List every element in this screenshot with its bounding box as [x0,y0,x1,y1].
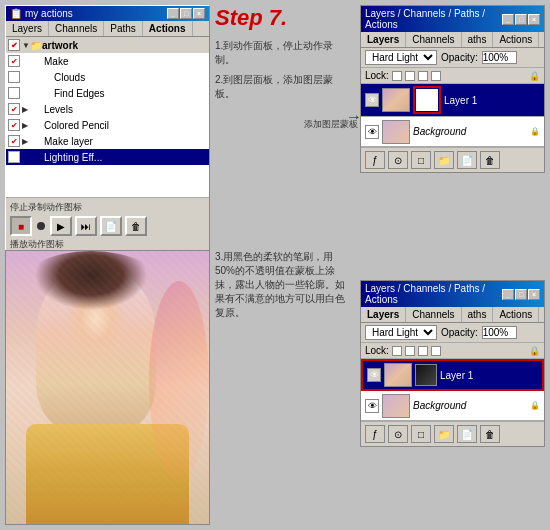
blend-mode-select-bottom[interactable]: Hard Light [365,325,437,340]
lb-tab-paths[interactable]: aths [462,307,494,322]
fx-button-bottom[interactable]: ƒ [365,425,385,443]
step3-text: 3.用黑色的柔软的笔刷，用50%的不透明值在蒙板上涂抹，露出人物的一些轮廓。如果… [215,250,345,320]
expand-colored-pencil[interactable]: ▶ [22,121,30,130]
lt-tab-paths[interactable]: aths [462,32,494,47]
actions-panel: 📋 my actions _ □ × Layers Channels Paths… [5,5,210,255]
layers-top-winctrl: _ □ × [502,14,540,25]
tab-paths[interactable]: Paths [104,21,143,36]
layers-panel-top: Layers / Channels / Paths / Actions _ □ … [360,5,545,173]
expand-artwork[interactable]: ▼ [22,41,30,50]
bg-eye-bottom[interactable]: 👁 [365,399,379,413]
new-fill-button-bottom[interactable]: ⊙ [388,425,408,443]
close-button[interactable]: × [193,8,205,19]
new-mask-button-bottom[interactable]: □ [411,425,431,443]
action-make-layer[interactable]: ✔ ▶ Make layer [6,133,209,149]
new-layer-button-top[interactable]: 📄 [457,151,477,169]
lock-all-top[interactable] [431,71,441,81]
new-fill-button-top[interactable]: ⊙ [388,151,408,169]
opacity-input-bottom[interactable] [482,326,517,339]
delete-layer-button-bottom[interactable]: 🗑 [480,425,500,443]
check-lighting[interactable]: ✔ [8,151,20,163]
check-make[interactable]: ✔ [8,55,20,67]
lock-label-bottom: Lock: [365,345,389,356]
new-action-button[interactable]: 📄 [100,216,122,236]
lb-tab-layers[interactable]: Layers [361,307,406,322]
action-clouds[interactable]: Clouds [6,69,209,85]
action-colored-pencil[interactable]: ✔ ▶ Colored Pencil [6,117,209,133]
instruction-1: 1.到动作面板，停止动作录制。 [215,39,345,67]
delete-layer-button-top[interactable]: 🗑 [480,151,500,169]
new-group-button-bottom[interactable]: 📁 [434,425,454,443]
background-row-bottom[interactable]: 👁 Background 🔒 [361,391,544,421]
actions-tabs: Layers Channels Paths Actions [6,21,209,37]
layers-top-titlebar: Layers / Channels / Paths / Actions _ □ … [361,6,544,32]
tab-channels[interactable]: Channels [49,21,104,36]
fx-button-top[interactable]: ƒ [365,151,385,169]
action-levels[interactable]: ✔ ▶ Levels [6,101,209,117]
maximize-button[interactable]: □ [180,8,192,19]
lt-tab-layers[interactable]: Layers [361,32,406,47]
delete-button[interactable]: 🗑 [125,216,147,236]
step-area: Step 7. 1.到动作面板，停止动作录制。 2.到图层面板，添加图层蒙板。 [215,5,345,107]
lt-tab-channels[interactable]: Channels [406,32,461,47]
lock-move-bottom[interactable] [418,346,428,356]
check-colored-pencil[interactable]: ✔ [8,119,20,131]
layer1-mask-bottom [415,364,437,386]
play-button[interactable]: ▶ [50,216,72,236]
background-row-top[interactable]: 👁 Background 🔒 [361,117,544,147]
lb-tab-channels[interactable]: Channels [406,307,461,322]
actions-title-icon: 📋 [10,8,22,19]
expand-make-layer[interactable]: ▶ [22,137,30,146]
layer-row-1-bottom[interactable]: 👁 Layer 1 [361,359,544,391]
action-group-artwork[interactable]: ✔ ▼ 📁 artwork [6,37,209,53]
tab-actions[interactable]: Actions [143,21,193,36]
lock-transparent-bottom[interactable] [392,346,402,356]
action-lighting-eff[interactable]: ✔ Lighting Eff... [6,149,209,165]
lt-tab-actions[interactable]: Actions [493,32,539,47]
expand-levels[interactable]: ▶ [22,105,30,114]
opacity-input-top[interactable] [482,51,517,64]
lb-close[interactable]: × [528,289,540,300]
new-group-button-top[interactable]: 📁 [434,151,454,169]
action-find-edges[interactable]: Find Edges [6,85,209,101]
lock-all-bottom[interactable] [431,346,441,356]
stop-record-label: 停止录制动作图标 [10,201,205,214]
label-make-layer: Make layer [44,136,93,147]
actions-titlebar: 📋 my actions _ □ × [6,6,209,21]
lb-minimize[interactable]: _ [502,289,514,300]
layer1-eye-top[interactable]: 👁 [365,93,379,107]
photo-girl [6,251,209,524]
layers-bottom-tabs: Layers Channels aths Actions [361,307,544,323]
lt-close[interactable]: × [528,14,540,25]
check-clouds[interactable] [8,71,20,83]
layer-row-1-top[interactable]: 👁 Layer 1 [361,84,544,117]
new-layer-button-bottom[interactable]: 📄 [457,425,477,443]
lock-paint-top[interactable] [405,71,415,81]
bg-eye-top[interactable]: 👁 [365,125,379,139]
label-clouds: Clouds [54,72,85,83]
lt-minimize[interactable]: _ [502,14,514,25]
opacity-label-bottom: Opacity: [441,327,478,338]
check-find-edges[interactable] [8,87,20,99]
bg-lock-top: 🔒 [530,127,540,136]
check-make-layer[interactable]: ✔ [8,135,20,147]
blend-mode-select-top[interactable]: Hard Light [365,50,437,65]
layer1-eye-bottom[interactable]: 👁 [367,368,381,382]
label-lighting: Lighting Eff... [44,152,102,163]
lb-tab-actions[interactable]: Actions [493,307,539,322]
check-artwork[interactable]: ✔ [8,39,20,51]
lb-maximize[interactable]: □ [515,289,527,300]
check-levels[interactable]: ✔ [8,103,20,115]
minimize-button[interactable]: _ [167,8,179,19]
lock-paint-bottom[interactable] [405,346,415,356]
stop-button[interactable]: ■ [10,216,32,236]
bg-name-top: Background [413,126,527,137]
forward-button[interactable]: ⏭ [75,216,97,236]
lock-row-top: Lock: 🔒 [361,68,544,84]
lock-transparent-top[interactable] [392,71,402,81]
new-mask-button-top[interactable]: □ [411,151,431,169]
action-make[interactable]: ✔ Make [6,53,209,69]
lt-maximize[interactable]: □ [515,14,527,25]
tab-layers[interactable]: Layers [6,21,49,36]
lock-move-top[interactable] [418,71,428,81]
